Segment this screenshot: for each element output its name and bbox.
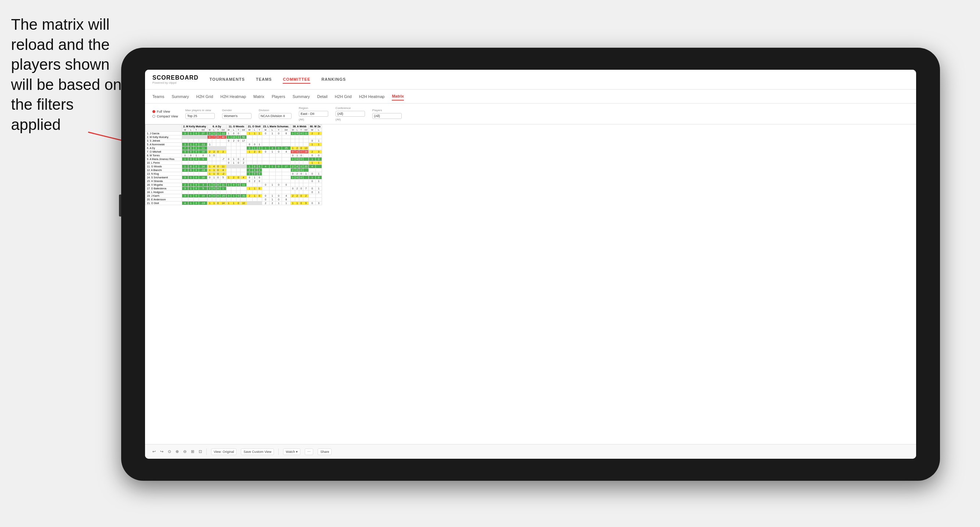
matrix-cell [247, 198, 252, 202]
matrix-cell [303, 190, 309, 194]
matrix-cell: 1 [247, 132, 252, 135]
matrix-cell: 0 [257, 179, 262, 183]
gender-label: Gender [222, 109, 251, 112]
matrix-cell [182, 139, 188, 143]
sub-nav-matrix2[interactable]: Matrix [392, 92, 404, 100]
share-button[interactable]: Share [318, 448, 332, 455]
table-row: 18. L Hodgson01 [145, 190, 322, 194]
nav-teams[interactable]: TEAMS [256, 76, 272, 84]
matrix-cell [237, 198, 240, 202]
matrix-cell [240, 172, 247, 176]
compact-view-radio[interactable] [153, 115, 155, 118]
matrix-cell [282, 172, 290, 176]
conference-select[interactable]: (All) [336, 111, 365, 117]
matrix-cell [295, 139, 299, 143]
table-row: 9. A Maria Jimenez Rios1009-7010210010 [145, 157, 322, 161]
matrix-container[interactable]: 2. M Kelly Mulcahy 6. A Dy 11. G Woods 2… [145, 124, 916, 444]
matrix-cell: 1 [247, 187, 252, 190]
matrix-cell: 0 [290, 172, 295, 176]
settings-icon[interactable]: ⊡ [199, 449, 202, 454]
nav-committee[interactable]: COMMITTEE [283, 76, 310, 84]
matrix-cell: 0 [309, 154, 316, 157]
matrix-cell [216, 154, 220, 157]
matrix-cell: 0 [188, 154, 194, 157]
sub-nav-h2h-grid[interactable]: H2H Grid [196, 93, 213, 100]
full-view-option[interactable]: Full View [153, 110, 178, 113]
matrix-cell [295, 183, 299, 187]
sub-nav-detail[interactable]: Detail [317, 93, 328, 100]
matrix-cell: 1 [252, 146, 257, 150]
more-icon: ⋯ [307, 450, 311, 454]
matrix-cell: 0 [212, 154, 216, 157]
region-select[interactable]: East - DII [299, 111, 328, 117]
matrix-cell [262, 139, 269, 143]
matrix-cell: 0 [207, 135, 212, 139]
matrix-cell [275, 172, 282, 176]
matrix-cell: 4 [207, 194, 212, 198]
table-row: 11. G Woods100141401110041017240204 [145, 165, 322, 168]
players-select[interactable]: (All) [372, 113, 402, 119]
more-button[interactable]: ⋯ [305, 448, 313, 455]
matrix-cell: 1 [309, 176, 316, 179]
col-o-stoll: 21. O Stoll [247, 125, 262, 129]
redo-icon[interactable]: ↪ [160, 449, 163, 454]
matrix-cell [257, 157, 262, 161]
matrix-cell: 0 [237, 135, 240, 139]
matrix-cell [231, 143, 237, 146]
player-name-cell: 1. J Garcia [145, 132, 182, 135]
matrix-cell [194, 161, 199, 165]
sub-nav-matrix[interactable]: Matrix [253, 93, 264, 100]
sub-nav-h2h-heatmap2[interactable]: H2H Heatmap [359, 93, 385, 100]
matrix-cell [252, 157, 257, 161]
matrix-cell: 0 [188, 157, 194, 161]
undo-icon[interactable]: ↩ [153, 449, 156, 454]
view-original-button[interactable]: View: Original [211, 448, 237, 455]
matrix-cell [188, 172, 194, 176]
max-players-select[interactable]: Top 25 [185, 113, 215, 119]
matrix-cell [316, 198, 321, 202]
compact-view-label: Compact View [157, 114, 178, 118]
table-row: 10. L Perini010211 [145, 161, 322, 165]
matrix-cell [275, 187, 282, 190]
sub-nav-summary[interactable]: Summary [172, 93, 189, 100]
division-select[interactable]: NCAA Division II [259, 113, 291, 119]
sub-nav-players[interactable]: Players [272, 93, 285, 100]
matrix-cell: 0 [216, 150, 220, 154]
matrix-cell [282, 190, 290, 194]
sub-nav-h2h-grid2[interactable]: H2H Grid [335, 93, 352, 100]
matrix-cell: 0 [237, 176, 240, 179]
full-view-radio[interactable] [153, 110, 155, 113]
matrix-cell: -7 [220, 157, 226, 161]
matrix-cell [212, 143, 216, 146]
watch-button[interactable]: Watch ▾ [283, 448, 300, 455]
matrix-cell [231, 187, 237, 190]
matrix-cell: -19 [199, 202, 207, 205]
grid-icon[interactable]: ⊞ [191, 449, 194, 454]
sub-nav-summary2[interactable]: Summary [293, 93, 310, 100]
matrix-cell [247, 154, 252, 157]
matrix-cell: 0 [194, 132, 199, 135]
sub-nav-h2h-heatmap[interactable]: H2H Heatmap [220, 93, 246, 100]
matrix-cell [269, 187, 275, 190]
nav-tournaments[interactable]: TOURNAMENTS [210, 76, 245, 84]
matrix-cell: 1 [188, 187, 194, 190]
matrix-cell: 3 [316, 202, 321, 205]
sub-nav-teams[interactable]: Teams [153, 93, 164, 100]
zoom-out-icon[interactable]: ⊖ [183, 449, 186, 454]
matrix-cell [295, 135, 299, 139]
zoom-in-icon[interactable]: ⊕ [175, 449, 179, 454]
sh-w3: W [226, 129, 231, 132]
matrix-cell: 17 [240, 139, 247, 143]
matrix-cell: 0 [295, 168, 299, 172]
nav-rankings[interactable]: RANKINGS [321, 76, 346, 84]
matrix-cell: 1 [231, 161, 237, 165]
matrix-cell [220, 179, 226, 183]
player-name-cell: 13. N Klug [145, 172, 182, 176]
refresh-icon[interactable]: ⊙ [168, 449, 171, 454]
compact-view-option[interactable]: Compact View [153, 114, 178, 118]
save-custom-button[interactable]: Save Custom View [241, 448, 274, 455]
matrix-cell [299, 161, 303, 165]
matrix-cell [275, 168, 282, 172]
gender-select[interactable]: Women's [222, 113, 251, 119]
matrix-cell: 0 [216, 168, 220, 172]
